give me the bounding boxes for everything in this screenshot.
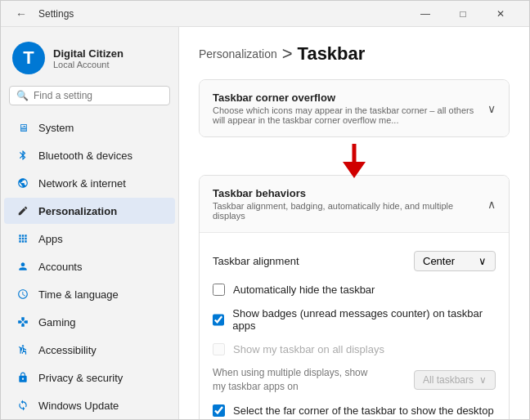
update-icon: [16, 398, 30, 413]
show-badges-checkbox[interactable]: [213, 314, 224, 326]
corner-overflow-title-group: Taskbar corner overflow Choose which ico…: [213, 92, 487, 125]
content-area: T Digital Citizen Local Account 🔍 🖥 Syst…: [1, 27, 529, 419]
time-icon: [16, 287, 30, 302]
sidebar-item-label: Bluetooth & devices: [38, 150, 132, 162]
personalization-icon: [16, 203, 30, 218]
apps-icon: [16, 231, 30, 246]
sidebar-item-apps[interactable]: Apps: [4, 226, 175, 252]
multiple-displays-chevron-icon: ∨: [479, 374, 487, 386]
sidebar-item-label: Privacy & security: [38, 372, 123, 384]
sidebar-item-label: Network & internet: [38, 177, 126, 190]
breadcrumb-current: Taskbar: [298, 43, 366, 65]
corner-overflow-section: Taskbar corner overflow Choose which ico…: [199, 79, 510, 137]
sidebar-item-personalization[interactable]: Personalization: [4, 198, 175, 224]
auto-hide-checkbox[interactable]: [213, 284, 225, 296]
maximize-button[interactable]: □: [444, 1, 482, 27]
profile-name: Digital Citizen: [53, 47, 124, 60]
system-icon: 🖥: [16, 120, 30, 135]
sidebar-item-accounts[interactable]: Accounts: [4, 253, 175, 279]
sidebar-item-gaming[interactable]: Gaming: [4, 309, 175, 335]
behaviors-header[interactable]: Taskbar behaviors Taskbar alignment, bad…: [200, 176, 509, 232]
corner-overflow-subtitle: Choose which icons may appear in the tas…: [213, 105, 487, 125]
sidebar-item-network[interactable]: Network & internet: [4, 170, 175, 196]
multiple-displays-dropdown: All taskbars ∨: [414, 370, 496, 390]
alignment-row: Taskbar alignment Center ∨: [213, 244, 496, 278]
title-bar: ← Settings — □ ✕: [1, 1, 529, 27]
corner-overflow-header[interactable]: Taskbar corner overflow Choose which ico…: [200, 80, 509, 136]
close-button[interactable]: ✕: [482, 1, 519, 27]
behaviors-chevron: ∧: [487, 198, 496, 211]
sidebar-item-system[interactable]: 🖥 System: [4, 114, 175, 141]
sidebar-item-label: Personalization: [38, 205, 117, 217]
multiple-displays-label: When using multiple displays, show my ta…: [213, 366, 376, 394]
sidebar-item-label: System: [38, 122, 74, 134]
sidebar-item-label: Gaming: [38, 316, 76, 328]
sidebar-item-label: Apps: [38, 233, 63, 245]
accounts-icon: [16, 259, 30, 274]
sidebar-item-label: Windows Update: [38, 400, 119, 412]
search-input[interactable]: [34, 90, 163, 101]
all-displays-label: Show my taskbar on all displays: [233, 343, 384, 355]
bluetooth-icon: [16, 148, 30, 163]
breadcrumb: Personalization > Taskbar: [199, 43, 510, 65]
sidebar-item-privacy[interactable]: Privacy & security: [4, 364, 175, 391]
multiple-displays-row: When using multiple displays, show my ta…: [213, 361, 496, 399]
profile-subtitle: Local Account: [53, 60, 124, 69]
back-button[interactable]: ←: [11, 6, 32, 22]
sidebar-item-time[interactable]: Time & language: [4, 281, 175, 307]
settings-window: ← Settings — □ ✕ T Digital Citizen Local…: [0, 0, 530, 420]
alignment-dropdown[interactable]: Center ∨: [414, 251, 496, 271]
auto-hide-label: Automatically hide the taskbar: [233, 284, 375, 296]
sidebar-item-label: Accounts: [38, 261, 82, 273]
search-box[interactable]: 🔍: [9, 86, 170, 105]
gaming-icon: [16, 315, 30, 329]
all-displays-row: Show my taskbar on all displays: [213, 337, 496, 361]
far-corner-label: Select the far corner of the taskbar to …: [233, 404, 494, 417]
red-arrow-annotation: [338, 142, 371, 178]
breadcrumb-parent: Personalization: [199, 47, 277, 60]
svg-point-0: [22, 345, 24, 346]
behaviors-title-group: Taskbar behaviors Taskbar alignment, bad…: [213, 187, 487, 221]
behaviors-title: Taskbar behaviors: [213, 187, 487, 199]
privacy-icon: [16, 370, 30, 385]
corner-overflow-chevron: ∨: [487, 102, 496, 115]
profile-info: Digital Citizen Local Account: [53, 47, 124, 69]
alignment-value: Center: [423, 255, 455, 267]
sidebar-item-label: Accessibility: [38, 344, 97, 356]
behaviors-subtitle: Taskbar alignment, badging, automaticall…: [213, 201, 487, 221]
multiple-displays-value: All taskbars: [423, 374, 474, 386]
minimize-button[interactable]: —: [406, 1, 444, 27]
alignment-chevron-icon: ∨: [478, 255, 487, 267]
profile-section: T Digital Citizen Local Account: [1, 34, 178, 86]
alignment-label: Taskbar alignment: [213, 255, 299, 267]
show-badges-label: Show badges (unread messages counter) on…: [232, 307, 496, 332]
network-icon: [16, 176, 30, 190]
title-bar-left: ← Settings: [11, 6, 74, 22]
sidebar-item-accessibility[interactable]: Accessibility: [4, 337, 175, 363]
sidebar-item-bluetooth[interactable]: Bluetooth & devices: [4, 142, 175, 168]
sidebar: T Digital Citizen Local Account 🔍 🖥 Syst…: [1, 27, 179, 419]
sidebar-item-label: Time & language: [38, 288, 119, 301]
breadcrumb-separator: >: [282, 43, 293, 65]
title-bar-title: Settings: [38, 8, 74, 20]
show-badges-row: Show badges (unread messages counter) on…: [213, 302, 496, 337]
sidebar-item-update[interactable]: Windows Update: [4, 392, 175, 418]
behaviors-section: Taskbar behaviors Taskbar alignment, bad…: [199, 175, 510, 419]
main-panel: Personalization > Taskbar Taskbar corner…: [179, 27, 529, 419]
title-bar-controls: — □ ✕: [406, 1, 519, 27]
corner-overflow-title: Taskbar corner overflow: [213, 92, 487, 104]
auto-hide-row: Automatically hide the taskbar: [213, 278, 496, 302]
select-far-corner-row: Select the far corner of the taskbar to …: [213, 399, 496, 419]
behaviors-body: Taskbar alignment Center ∨ Automatically…: [200, 232, 509, 419]
search-icon: 🔍: [16, 90, 29, 101]
accessibility-icon: [16, 342, 30, 357]
all-displays-checkbox[interactable]: [213, 343, 225, 355]
avatar: T: [12, 42, 45, 74]
far-corner-checkbox[interactable]: [213, 404, 225, 417]
